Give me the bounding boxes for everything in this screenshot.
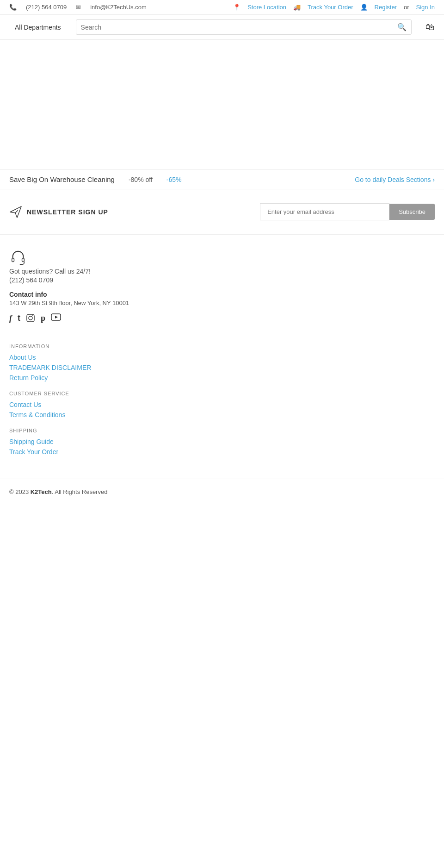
cart-icon[interactable]: 🛍 [426,22,435,32]
deals-off1: -80% off [129,176,153,183]
twitter-icon[interactable]: t [18,313,20,325]
all-departments-menu[interactable]: All Departments [9,20,67,35]
shipping-section: SHIPPING Shipping Guide Track Your Order [9,428,435,456]
pinterest-icon[interactable]: p [41,313,45,325]
shipping-guide-link[interactable]: Shipping Guide [9,438,435,445]
track-order-link[interactable]: Track Your Order [308,4,353,11]
footer-info: Got questions? Call us 24/7! (212) 564 0… [0,235,444,334]
track-icon: 🚚 [293,4,301,11]
svg-rect-0 [12,258,14,262]
search-bar-container: 🔍 [76,19,412,35]
phone-number: (212) 564 0709 [26,4,67,11]
youtube-icon[interactable] [51,313,61,325]
store-location-link[interactable]: Store Location [247,4,286,11]
newsletter-icon-area: NEWSLETTER SIGN UP [9,206,148,219]
search-icon[interactable]: 🔍 [397,23,407,31]
svg-point-4 [32,315,33,316]
newsletter-email-input[interactable] [260,203,389,220]
about-us-link[interactable]: About Us [9,354,435,361]
track-your-order-link[interactable]: Track Your Order [9,448,435,456]
deals-title: Save Big On Warehouse Cleaning [9,175,115,183]
contact-us-link[interactable]: Contact Us [9,401,435,408]
location-icon: 📍 [233,4,240,11]
brand-name: K2Tech [31,488,52,495]
header: All Departments 🔍 🛍 [0,15,444,40]
copyright: © 2023 K2Tech. All Rights Reserved [0,479,444,505]
terms-conditions-link[interactable]: Terms & Conditions [9,411,435,418]
trademark-disclaimer-link[interactable]: TRADEMARK DISCLAIMER [9,364,435,371]
newsletter-input-area: Subscribe [157,203,435,220]
top-bar: 📞 (212) 564 0709 ✉ info@K2TechUs.com 📍 S… [0,0,444,15]
customer-service-section-title: CUSTOMER SERVICE [9,391,435,396]
customer-service-section: CUSTOMER SERVICE Contact Us Terms & Cond… [9,391,435,418]
search-input[interactable] [81,24,397,31]
svg-rect-1 [22,258,25,262]
call-text: Got questions? Call us 24/7! [9,268,435,275]
user-icon: 👤 [360,4,368,11]
email-icon: ✉ [76,4,81,11]
copyright-text: © 2023 [9,488,31,495]
newsletter-title: NEWSLETTER SIGN UP [27,208,108,216]
social-icons: f t p [9,313,435,325]
facebook-icon[interactable]: f [9,313,12,325]
newsletter-section: NEWSLETTER SIGN UP Subscribe [0,189,444,235]
main-content [0,40,444,169]
register-link[interactable]: Register [375,4,397,11]
information-section: INFORMATION About Us TRADEMARK DISCLAIME… [9,343,435,381]
footer-phone: (212) 564 0709 [9,276,435,284]
contact-address: 143 W 29th St 9th floor, New York, NY 10… [9,300,435,306]
footer-links: INFORMATION About Us TRADEMARK DISCLAIME… [0,334,444,474]
top-bar-right: 📍 Store Location 🚚 Track Your Order 👤 Re… [233,4,435,11]
deals-bar: Save Big On Warehouse Cleaning -80% off … [0,169,444,189]
return-policy-link[interactable]: Return Policy [9,374,435,381]
contact-info-title: Contact info [9,291,435,298]
svg-point-3 [29,316,32,320]
email-link[interactable]: info@K2TechUs.com [90,4,147,11]
shipping-section-title: SHIPPING [9,428,435,433]
copyright-suffix: . All Rights Reserved [52,488,108,495]
deals-link[interactable]: Go to daily Deals Sections › [355,176,435,183]
or-text: or [404,4,409,11]
information-section-title: INFORMATION [9,343,435,349]
sign-in-link[interactable]: Sign In [416,4,435,11]
instagram-icon[interactable] [26,313,35,325]
deals-off2: -65% [166,176,182,183]
headset-icon [9,249,27,266]
subscribe-button[interactable]: Subscribe [389,204,435,220]
top-bar-left: 📞 (212) 564 0709 ✉ info@K2TechUs.com [9,4,147,11]
phone-icon: 📞 [9,4,17,11]
newsletter-plane-icon [9,206,22,219]
